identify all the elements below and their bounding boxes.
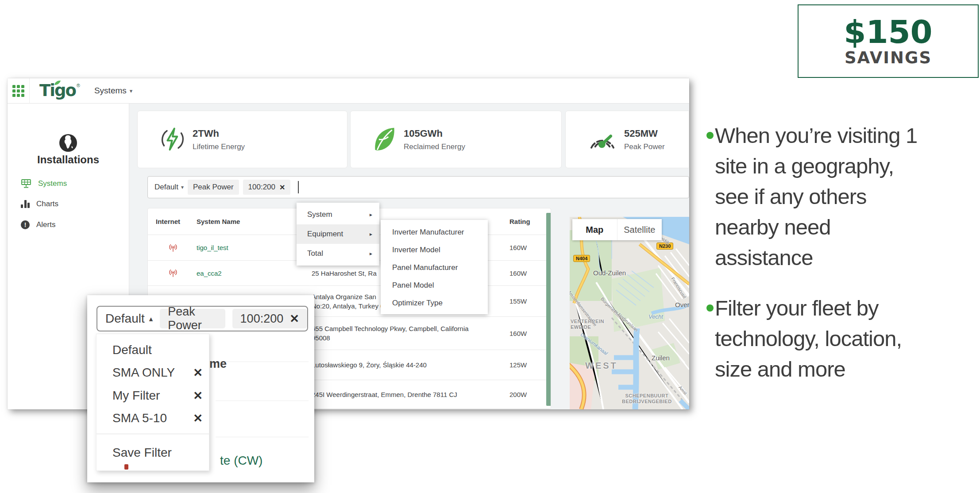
menu-item-label: System — [307, 210, 332, 219]
system-address: 655 Campbell Technology Pkwy, Campbell, … — [312, 324, 509, 343]
bullet-icon — [706, 304, 714, 312]
preset-option-label: SMA ONLY — [112, 366, 175, 380]
background-link-fragment: te (CW) — [220, 454, 262, 468]
submenu-item-optimizer-type[interactable]: Optimizer Type — [381, 294, 488, 312]
stat-card-lifetime-energy: 2TWh Lifetime Energy — [137, 111, 347, 168]
map-type-control: Map Satellite — [572, 219, 662, 240]
system-name-link[interactable]: tigo_il_test — [197, 244, 312, 251]
app-launcher-button[interactable] — [8, 78, 30, 104]
filter-bar: Default ▾ Peak Power 100:200 ✕ — [147, 176, 689, 198]
background-row-divider — [216, 362, 309, 362]
menu-item-system[interactable]: System ▸ — [297, 205, 379, 224]
slide-canvas: Tigo ® Systems ▾ Installations — [0, 0, 980, 493]
savings-label: SAVINGS — [845, 49, 932, 67]
preset-option-my-filter[interactable]: My Filter ✕ — [112, 389, 203, 403]
systems-nav-label: Systems — [94, 86, 127, 96]
menu-item-label: Total — [307, 249, 323, 258]
zoom-preset-label: Default — [105, 312, 145, 326]
alert-icon: ! — [21, 220, 30, 229]
sidebar-item-charts[interactable]: Charts — [21, 200, 58, 208]
system-rating: 160W — [509, 244, 551, 251]
stat-value: 525MW — [624, 128, 665, 139]
savings-amount: $150 — [844, 15, 932, 49]
zoom-preset-list: Default SMA ONLY ✕ My Filter ✕ SMA 5-10 … — [96, 334, 209, 471]
systems-nav-dropdown[interactable]: Systems ▾ — [94, 86, 132, 96]
filter-chip-field[interactable]: Peak Power — [188, 180, 239, 195]
map-button[interactable]: Map — [572, 219, 617, 240]
background-row-divider — [216, 437, 309, 437]
delete-preset-icon[interactable]: ✕ — [193, 389, 203, 403]
chevron-down-icon: ▾ — [130, 88, 133, 94]
save-filter-label: Save Filter — [112, 446, 172, 460]
submenu-item-panel-manufacturer[interactable]: Panel Manufacturer — [381, 259, 488, 277]
chevron-down-icon: ▾ — [181, 184, 184, 190]
column-header-system-name[interactable]: System Name — [197, 218, 312, 225]
submenu-item-panel-model[interactable]: Panel Model — [381, 277, 488, 294]
bullet-point-2: Filter your fleet by technology, locatio… — [706, 293, 980, 385]
chip-label: 100:200 — [240, 312, 284, 326]
stat-value: 2TWh — [193, 128, 245, 139]
system-rating: 125W — [509, 361, 551, 369]
submenu-item-inverter-manufacturer[interactable]: Inverter Manufacturer — [381, 223, 488, 241]
sidebar-item-alerts[interactable]: ! Alerts — [21, 220, 55, 229]
zoom-preset-dropdown[interactable]: Default ▴ — [105, 312, 153, 326]
zoom-chip-field[interactable]: Peak Power — [160, 309, 225, 328]
preset-option-sma-5-10[interactable]: SMA 5-10 ✕ — [112, 411, 203, 425]
bullet-icon — [706, 132, 714, 139]
chip-label: Peak Power — [193, 183, 234, 192]
stat-value: 105GWh — [404, 128, 465, 139]
preset-option-sma-only[interactable]: SMA ONLY ✕ — [112, 366, 203, 380]
map-label-river: Vecht — [648, 313, 663, 320]
map-label-town2: Zuilen — [652, 354, 670, 362]
registered-mark: ® — [77, 83, 80, 88]
stat-label: Reclaimed Energy — [404, 143, 465, 151]
system-rating: 160W — [509, 330, 551, 337]
tigo-logo[interactable]: Tigo ® — [39, 82, 80, 100]
antenna-icon — [168, 243, 178, 253]
close-icon[interactable]: ✕ — [289, 312, 299, 326]
preset-option-label: My Filter — [112, 389, 160, 403]
stat-card-reclaimed-energy: 105GWh Reclaimed Energy — [350, 111, 562, 168]
column-header-rating[interactable]: Rating — [509, 218, 551, 225]
bar-chart-icon — [21, 200, 30, 208]
zoom-filter-bar: Default ▴ Peak Power 100:200 ✕ — [96, 306, 308, 331]
satellite-button[interactable]: Satellite — [617, 219, 662, 240]
zoomed-filter-callout: Default ▴ Peak Power 100:200 ✕ Default S… — [87, 295, 314, 482]
close-icon[interactable]: ✕ — [279, 183, 285, 192]
background-text-fragment: me — [209, 357, 227, 371]
chevron-up-icon: ▴ — [149, 314, 153, 324]
stat-card-peak-power: 525MW Peak Power — [565, 111, 689, 168]
savings-callout: $150 SAVINGS — [798, 4, 979, 78]
system-rating: 155W — [509, 297, 551, 305]
preset-option-default[interactable]: Default — [112, 343, 203, 357]
antenna-icon — [168, 268, 178, 278]
delete-preset-icon[interactable]: ✕ — [193, 412, 203, 425]
menu-divider — [96, 434, 209, 434]
filter-chip-value[interactable]: 100:200 ✕ — [243, 180, 291, 195]
column-header-internet[interactable]: Internet — [156, 218, 197, 225]
menu-item-total[interactable]: Total ▸ — [297, 244, 379, 263]
filter-preset-dropdown[interactable]: Default ▾ — [154, 183, 184, 192]
system-rating: 200W — [509, 391, 551, 398]
sidebar-item-label: Alerts — [36, 220, 55, 229]
system-name-link[interactable]: ea_cca2 — [197, 270, 312, 277]
map-label-area-s: SCHEPENBUURT BEDRIJVENGEBIED — [622, 393, 672, 404]
submenu-arrow-icon: ▸ — [370, 250, 372, 257]
bullet-text: When you’re visiting 1 site in a geograp… — [715, 120, 917, 273]
stat-label: Lifetime Energy — [193, 143, 245, 151]
sidebar-item-systems[interactable]: Systems — [21, 179, 67, 189]
submenu-item-inverter-model[interactable]: Inverter Model — [381, 241, 488, 259]
zoom-chip-value[interactable]: 100:200 ✕ — [232, 309, 307, 328]
globe-icon — [59, 134, 77, 152]
table-scrollbar[interactable] — [546, 213, 551, 406]
delete-preset-icon[interactable]: ✕ — [193, 366, 203, 380]
road-badge-n404: N404 — [573, 255, 590, 262]
menu-item-equipment[interactable]: Equipment ▸ — [297, 224, 379, 244]
filter-preset-label: Default — [154, 183, 178, 192]
save-filter-button[interactable]: Save Filter — [112, 446, 203, 460]
antenna-icon-fragment — [124, 464, 128, 470]
menu-item-label: Equipment — [307, 230, 343, 239]
map-panel[interactable]: Map Satellite N404 N230 Oud-Zuilen Over … — [570, 217, 689, 409]
system-address: Lutosławskiego 9, Żory, Śląskie 44-240 — [312, 360, 509, 370]
preset-option-label: Default — [112, 343, 152, 357]
